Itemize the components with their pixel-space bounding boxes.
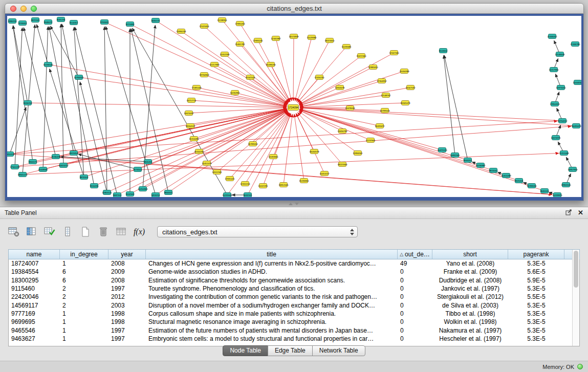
graph-edge [300,108,562,121]
graph-node-label: 10453217 [319,172,330,175]
table-scrollbar[interactable] [572,250,579,346]
close-window-button[interactable] [10,6,16,12]
graph-edge [10,107,26,154]
graph-edge [300,107,385,111]
table-toolbar: f(x) citations_edges.txt [7,224,358,239]
graph-node-label: 16574839 [289,35,299,38]
table-row[interactable]: 1872400712008Changes of HCN gene express… [9,259,579,268]
graph-node-label: 12217993 [209,63,220,66]
graph-node-label: 11890234 [177,30,186,33]
graph-node-label: 15461781 [235,43,245,46]
column-header-name[interactable]: name [9,250,60,259]
cell-year: 2008 [108,260,146,267]
float-panel-icon[interactable] [565,208,572,217]
table-row[interactable]: 911546021997Tourette syndrome. Phenomeno… [9,285,579,293]
column-header-year[interactable]: year [108,250,146,259]
graph-node-label: 10475123 [437,149,447,151]
graph-node-label: 10789234 [527,185,537,187]
cell-in_degree: 6 [60,268,108,275]
cell-out_de: 49 [398,260,432,267]
column-header-short[interactable]: short [432,250,508,259]
column-header-label: name [26,251,41,258]
column-header-out_de[interactable]: △out_de… [398,250,432,259]
cell-year: 2008 [108,277,146,284]
graph-node-label: 9563201 [464,159,472,162]
table-row[interactable]: 977716911998Corpus callosum shape and si… [9,310,579,318]
graph-node-label: 11548408 [555,53,565,56]
cell-short: Jankovic et al. (1997) [432,285,508,292]
cell-pagerank: 5.6E-5 [508,268,564,275]
cell-out_de: 0 [398,327,432,334]
graph-node-label: 17023456 [199,25,209,28]
graph-node-label: 14230967 [230,92,240,94]
graph-node-label: 11237845 [366,139,376,142]
cell-name: 9777169 [9,310,60,317]
graph-edge [15,28,23,167]
import-table-button[interactable] [78,225,93,238]
graph-node-label: 9346072 [44,21,53,24]
graph-node-label: 17456230 [314,76,324,79]
table-mode-button[interactable] [7,225,21,238]
graph-canvas[interactable]: 1546178112052594122179931973490317485043… [7,16,581,197]
edit-values-button[interactable] [60,225,75,238]
graph-node-label: 17304952 [377,80,387,82]
graph-edge [295,37,312,101]
close-panel-icon[interactable]: ✕ [578,207,583,218]
table-row[interactable]: 1456911722003Disruption of a novel membe… [9,301,579,309]
splitter-handle[interactable] [287,202,300,206]
cell-short: Yano et al. (2008) [432,260,508,267]
graph-node-label: 9581236 [57,18,66,21]
column-header-pagerank[interactable]: pagerank [508,250,564,259]
graph-node-label: 10250963 [138,188,148,190]
minimize-window-button[interactable] [20,6,27,12]
show-columns-button[interactable] [25,225,39,238]
zoom-window-button[interactable] [31,6,37,12]
graph-node-label: 15236801 [299,180,309,182]
cell-name: 18300295 [9,277,60,284]
cell-short: Wolkin et al. (1998) [432,318,508,325]
graph-node-label: 12983410 [368,66,378,69]
graph-edge [276,38,292,101]
delete-table-button[interactable] [96,225,111,238]
graph-node-label: 12345987 [271,37,281,40]
graph-node-label: 9874103 [80,176,89,179]
tab-network-table[interactable]: Network Table [312,345,365,356]
create-column-button[interactable] [42,225,57,238]
table-row[interactable]: 969969511998Structural magnetic resonanc… [9,318,579,326]
graph-node-label: 16345078 [400,102,410,104]
column-header-title[interactable]: title [146,250,398,259]
table-row[interactable]: 946362711997Embryonic stem cells: a mode… [9,335,579,343]
table-row[interactable]: 2242004622012Investigating the contribut… [9,293,579,301]
graph-node-label: 9874562 [489,169,498,172]
graph-node-label: 18164121 [185,125,195,127]
graph-node-label: 9763405 [100,21,109,24]
graph-edge [130,24,287,104]
scrollbar-thumb[interactable] [574,251,578,288]
tab-edge-table[interactable]: Edge Table [268,345,313,356]
function-builder-button[interactable]: f(x) [132,225,146,238]
table-row[interactable]: 946554611997Estimation of the future num… [9,326,579,334]
cell-short: Franke et al. (2009) [432,268,508,275]
table-select-dropdown[interactable]: citations_edges.txt [157,226,358,237]
cell-name: 18724007 [9,260,60,267]
window-titlebar[interactable]: citations_edges.txt [5,3,584,14]
graph-node-label: 14512341 [212,171,222,173]
column-header-label: short [463,251,477,258]
graph-edge [214,64,288,104]
graph-node-label: 11057291 [258,185,268,187]
graph-node-label: 9156403 [18,22,27,25]
export-table-button[interactable] [114,225,128,238]
graph-node-label: 10674437 [184,112,194,115]
graph-node-label: 12894561 [353,152,363,155]
cell-year: 1998 [108,318,146,325]
graph-node-label: 15098234 [266,63,276,66]
graph-node-label: 21008945 [38,168,48,171]
table-row[interactable]: 1938455462009Genome-wide association stu… [9,268,579,276]
table-row[interactable]: 1830029562008Estimation of significance … [9,276,579,285]
graph-node-label: 17890456 [235,23,245,25]
cell-year: 1997 [108,285,146,292]
column-header-in_degree[interactable]: in_degree [60,250,108,259]
cell-pagerank: 5.9E-5 [508,277,564,284]
tab-node-table[interactable]: Node Table [223,345,268,356]
graph-edge [299,110,371,140]
